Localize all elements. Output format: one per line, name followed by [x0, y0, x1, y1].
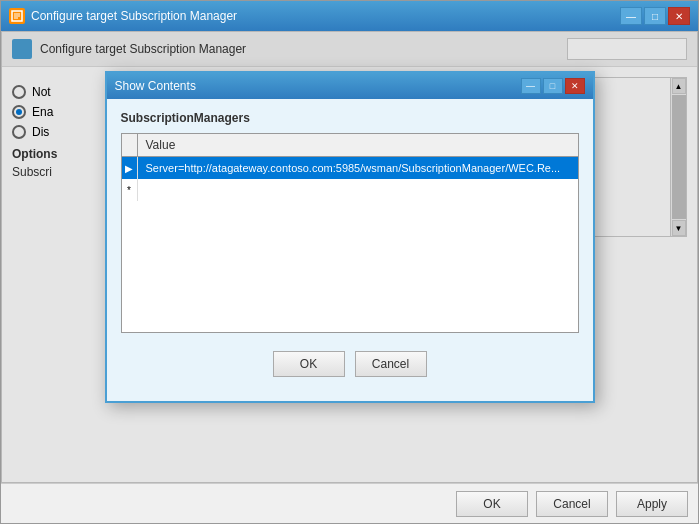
main-window: Configure target Subscription Manager — …: [0, 0, 699, 524]
app-icon: [9, 8, 25, 24]
table-header-spacer: [122, 134, 138, 156]
minimize-button[interactable]: —: [620, 7, 642, 25]
dialog-minimize-button[interactable]: —: [521, 78, 541, 94]
show-contents-dialog: Show Contents — □ ✕ SubscriptionManagers: [105, 71, 595, 403]
title-bar-controls: — □ ✕: [620, 7, 690, 25]
subscription-managers-table: Value ▶ Server=http://atagateway.contoso…: [121, 133, 579, 333]
dialog-section-title: SubscriptionManagers: [121, 111, 579, 125]
row-indicator: ▶: [122, 157, 138, 179]
cancel-button[interactable]: Cancel: [536, 491, 608, 517]
window-title: Configure target Subscription Manager: [31, 9, 237, 23]
dialog-title-bar: Show Contents — □ ✕: [107, 73, 593, 99]
table-header: Value: [122, 134, 578, 157]
close-button[interactable]: ✕: [668, 7, 690, 25]
title-bar-left: Configure target Subscription Manager: [9, 8, 237, 24]
empty-row-indicator: *: [122, 179, 138, 201]
table-header-value: Value: [138, 135, 578, 155]
apply-button[interactable]: Apply: [616, 491, 688, 517]
row-value: Server=http://atagateway.contoso.com:598…: [138, 160, 578, 176]
dialog-body: SubscriptionManagers Value ▶ Server=http…: [107, 99, 593, 401]
table-empty-row[interactable]: *: [122, 179, 578, 201]
dialog-ok-button[interactable]: OK: [273, 351, 345, 377]
table-row[interactable]: ▶ Server=http://atagateway.contoso.com:5…: [122, 157, 578, 179]
maximize-button[interactable]: □: [644, 7, 666, 25]
dialog-title: Show Contents: [115, 79, 196, 93]
bottom-bar: OK Cancel Apply: [1, 483, 698, 523]
dialog-controls: — □ ✕: [521, 78, 585, 94]
title-bar: Configure target Subscription Manager — …: [1, 1, 698, 31]
main-content: Configure target Subscription Manager No…: [1, 31, 698, 523]
ok-button[interactable]: OK: [456, 491, 528, 517]
dialog-maximize-button[interactable]: □: [543, 78, 563, 94]
dialog-close-button[interactable]: ✕: [565, 78, 585, 94]
dialog-footer: OK Cancel: [121, 345, 579, 389]
dialog-cancel-button[interactable]: Cancel: [355, 351, 427, 377]
modal-overlay: Show Contents — □ ✕ SubscriptionManagers: [1, 31, 698, 523]
